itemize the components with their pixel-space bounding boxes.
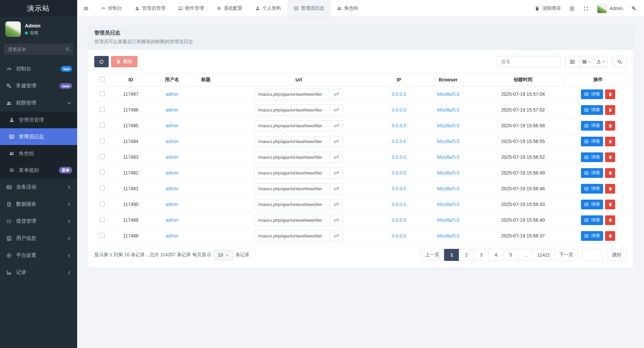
browser-link[interactable]: Mozilla/5.0 bbox=[437, 91, 460, 97]
column-header[interactable]: Browser bbox=[420, 73, 477, 86]
column-header[interactable]: 标题 bbox=[192, 73, 219, 86]
page-button[interactable]: 2 bbox=[459, 249, 474, 261]
row-delete-button[interactable] bbox=[605, 184, 615, 194]
ip-link[interactable]: 0.0.0.0 bbox=[392, 233, 406, 238]
sidebar-item[interactable]: 管理员日志 bbox=[0, 128, 77, 145]
url-input[interactable] bbox=[254, 105, 330, 116]
sidebar-item[interactable]: 常规管理new bbox=[0, 77, 77, 94]
row-delete-button[interactable] bbox=[605, 231, 615, 241]
row-delete-button[interactable] bbox=[605, 168, 615, 178]
detail-button[interactable]: 详情 bbox=[581, 215, 603, 225]
username-link[interactable]: admin bbox=[166, 123, 178, 128]
column-header[interactable]: Url bbox=[219, 73, 378, 86]
detail-button[interactable]: 详情 bbox=[581, 121, 603, 131]
url-open-button[interactable] bbox=[330, 120, 343, 131]
row-checkbox[interactable] bbox=[100, 154, 105, 159]
username-link[interactable]: admin bbox=[166, 170, 178, 176]
sidebar-item[interactable]: 角色组 bbox=[0, 145, 77, 162]
detail-button[interactable]: 详情 bbox=[581, 137, 603, 146]
username-link[interactable]: admin bbox=[166, 91, 178, 97]
delete-button[interactable]: 删除 bbox=[111, 56, 138, 67]
row-checkbox[interactable] bbox=[100, 217, 105, 222]
row-checkbox[interactable] bbox=[100, 123, 105, 128]
browser-link[interactable]: Mozilla/5.0 bbox=[437, 139, 460, 144]
detail-button[interactable]: 详情 bbox=[581, 200, 603, 209]
columns-dropdown-button[interactable] bbox=[579, 56, 594, 67]
row-checkbox[interactable] bbox=[100, 170, 105, 175]
username-link[interactable]: admin bbox=[166, 217, 178, 223]
url-open-button[interactable] bbox=[330, 215, 343, 226]
sidebar-item[interactable]: 借贷管理 bbox=[0, 213, 77, 230]
page-button[interactable]: 3 bbox=[474, 249, 489, 261]
url-input[interactable] bbox=[254, 89, 330, 100]
url-input[interactable] bbox=[254, 120, 330, 131]
nav-tab-系统配置[interactable]: 系统配置 bbox=[210, 0, 249, 17]
url-input[interactable] bbox=[254, 136, 330, 147]
username-link[interactable]: admin bbox=[166, 186, 178, 191]
sort-icons[interactable] bbox=[563, 76, 567, 83]
url-open-button[interactable] bbox=[330, 167, 343, 179]
browser-link[interactable]: Mozilla/5.0 bbox=[437, 154, 460, 160]
nav-tab-管理员管理[interactable]: 管理员管理 bbox=[128, 0, 172, 17]
username-link[interactable]: admin bbox=[166, 139, 178, 144]
site-preview-button[interactable] bbox=[570, 6, 575, 11]
export-dropdown-button[interactable] bbox=[593, 56, 608, 67]
url-open-button[interactable] bbox=[330, 183, 343, 194]
column-header[interactable]: IP bbox=[378, 73, 420, 86]
row-delete-button[interactable] bbox=[605, 152, 615, 162]
ip-link[interactable]: 0.0.0.0 bbox=[392, 154, 406, 160]
detail-button[interactable]: 详情 bbox=[581, 89, 603, 99]
username-link[interactable]: admin bbox=[166, 107, 178, 113]
detail-button[interactable]: 详情 bbox=[581, 105, 603, 115]
prev-page-button[interactable]: 上一页 bbox=[421, 249, 444, 261]
ip-link[interactable]: 0.0.0.0 bbox=[392, 202, 406, 207]
url-input[interactable] bbox=[254, 152, 330, 163]
refresh-button[interactable] bbox=[94, 56, 109, 67]
column-header[interactable]: ID bbox=[110, 73, 152, 86]
nav-tab-角色组[interactable]: 角色组 bbox=[331, 0, 365, 17]
url-open-button[interactable] bbox=[330, 136, 343, 147]
url-open-button[interactable] bbox=[330, 199, 343, 210]
page-button[interactable]: 11421 bbox=[533, 249, 555, 261]
page-button[interactable]: 1 bbox=[444, 249, 459, 261]
username-link[interactable]: admin bbox=[166, 233, 178, 238]
row-delete-button[interactable] bbox=[605, 200, 615, 209]
sidebar-item[interactable]: 菜单规则菜单 bbox=[0, 162, 77, 179]
sidebar-item[interactable]: 用户信息 bbox=[0, 230, 77, 247]
url-open-button[interactable] bbox=[330, 89, 343, 100]
ip-link[interactable]: 0.0.0.0 bbox=[392, 186, 406, 191]
ip-link[interactable]: 0.0.0.0 bbox=[392, 170, 406, 176]
avatar[interactable] bbox=[5, 21, 21, 37]
detail-button[interactable]: 详情 bbox=[581, 184, 603, 194]
column-header[interactable]: 操作 bbox=[569, 73, 627, 86]
browser-link[interactable]: Mozilla/5.0 bbox=[437, 202, 460, 207]
nav-tab-管理员日志[interactable]: 管理员日志 bbox=[287, 0, 331, 17]
page-size-dropdown[interactable]: 10 bbox=[214, 250, 233, 261]
url-input[interactable] bbox=[254, 167, 330, 179]
clear-cache-button[interactable]: 清除缓存 bbox=[535, 5, 561, 11]
row-delete-button[interactable] bbox=[605, 121, 615, 131]
settings-button[interactable] bbox=[632, 6, 637, 11]
ip-link[interactable]: 0.0.0.0 bbox=[392, 139, 406, 144]
ip-link[interactable]: 0.0.0.0 bbox=[392, 107, 406, 113]
sidebar-item[interactable]: 平台设置 bbox=[0, 247, 77, 264]
row-checkbox[interactable] bbox=[100, 107, 105, 112]
table-search-input[interactable] bbox=[497, 56, 560, 67]
sidebar-item[interactable]: 业务活动 bbox=[0, 179, 77, 196]
row-checkbox[interactable] bbox=[100, 201, 105, 206]
user-menu[interactable]: Admin bbox=[597, 3, 623, 13]
sidebar-item[interactable]: 记录 bbox=[0, 264, 77, 281]
browser-link[interactable]: Mozilla/5.0 bbox=[437, 233, 460, 238]
row-checkbox[interactable] bbox=[100, 233, 105, 238]
nav-tab-个人资料[interactable]: 个人资料 bbox=[249, 0, 287, 17]
url-open-button[interactable] bbox=[330, 105, 343, 116]
browser-link[interactable]: Mozilla/5.0 bbox=[437, 217, 460, 223]
url-open-button[interactable] bbox=[330, 230, 343, 241]
username-link[interactable]: admin bbox=[166, 202, 178, 207]
row-delete-button[interactable] bbox=[605, 89, 615, 99]
jump-page-input[interactable] bbox=[582, 249, 603, 261]
column-header[interactable]: 创建时间 bbox=[477, 73, 569, 86]
sidebar-item[interactable]: 权限管理 bbox=[0, 94, 77, 112]
url-input[interactable] bbox=[254, 199, 330, 210]
sidebar-item[interactable]: 控制台hot bbox=[0, 60, 77, 77]
